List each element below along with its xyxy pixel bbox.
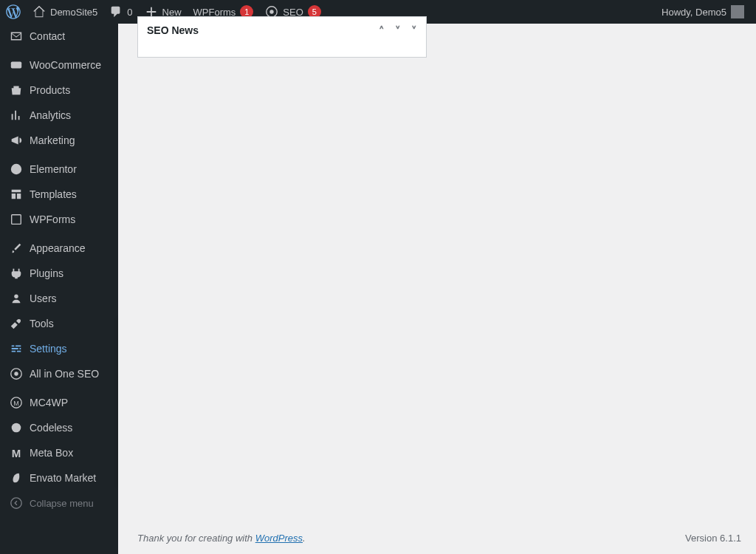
- menu-wpforms-label: WPForms: [30, 213, 75, 225]
- aioseo-icon: [9, 367, 24, 380]
- svg-point-11: [11, 498, 21, 508]
- menu-aioseo-label: All in One SEO: [30, 368, 99, 380]
- footer-version: Version 6.1.1: [685, 533, 741, 544]
- admin-bar-right: Howdy, Demo5: [656, 0, 750, 24]
- menu-collapse-label: Collapse menu: [30, 498, 94, 509]
- menu-contact-label: Contact: [30, 30, 65, 42]
- menu-mc4wp-label: MC4WP: [30, 397, 68, 408]
- menu-analytics-label: Analytics: [30, 109, 71, 121]
- comments-count: 0: [127, 7, 132, 18]
- leaf-icon: [9, 471, 24, 485]
- menu-metabox[interactable]: M Meta Box: [0, 440, 118, 465]
- menu-contact[interactable]: Contact: [0, 24, 118, 49]
- menu-woocommerce[interactable]: WooCommerce: [0, 52, 118, 78]
- svg-point-1: [270, 10, 274, 13]
- content-area: SEO News ˄ ˅ ˅ Thank you for creating wi…: [118, 24, 756, 554]
- menu-settings-label: Settings: [30, 343, 67, 355]
- menu-wpforms[interactable]: WPForms: [0, 207, 118, 232]
- mc4wp-icon: M: [9, 396, 24, 409]
- user-greeting[interactable]: Howdy, Demo5: [656, 0, 750, 24]
- menu-appearance[interactable]: Appearance: [0, 236, 118, 261]
- menu-plugins[interactable]: Plugins: [0, 261, 118, 286]
- widget-controls: ˄ ˅ ˅: [379, 24, 417, 38]
- menu-aioseo[interactable]: All in One SEO: [0, 361, 118, 386]
- menu-templates-label: Templates: [30, 188, 77, 200]
- comment-icon: [109, 5, 123, 18]
- chevron-down-icon[interactable]: ˅: [411, 24, 417, 38]
- menu-appearance-label: Appearance: [30, 242, 86, 254]
- woo-icon: [9, 58, 24, 72]
- menu-envato[interactable]: Envato Market: [0, 465, 118, 490]
- templates-icon: [9, 188, 24, 201]
- wordpress-icon: [6, 4, 21, 19]
- collapse-icon: [9, 496, 24, 510]
- home-icon: [32, 5, 46, 18]
- widget-seo-news[interactable]: SEO News ˄ ˅ ˅: [137, 16, 427, 58]
- site-name-link[interactable]: DemoSite5: [27, 0, 103, 24]
- site-name-text: DemoSite5: [50, 7, 97, 18]
- menu-metabox-label: Meta Box: [30, 447, 73, 459]
- menu-products-label: Products: [30, 84, 70, 96]
- menu-analytics[interactable]: Analytics: [0, 103, 118, 128]
- menu-elementor[interactable]: Elementor: [0, 157, 118, 182]
- menu-tools[interactable]: Tools: [0, 311, 118, 336]
- comments-link[interactable]: 0: [103, 0, 138, 24]
- menu-collapse[interactable]: Collapse menu: [0, 490, 118, 516]
- chevron-up-icon[interactable]: ˄: [379, 24, 385, 38]
- menu-users-label: Users: [30, 293, 57, 304]
- sliders-icon: [9, 342, 24, 355]
- admin-footer: Thank you for creating with WordPress. V…: [137, 533, 741, 544]
- svg-point-3: [11, 164, 21, 174]
- menu-woocommerce-label: WooCommerce: [30, 59, 101, 71]
- elementor-icon: [9, 163, 24, 176]
- menu-plugins-label: Plugins: [30, 267, 63, 279]
- svg-text:M: M: [13, 400, 19, 407]
- wp-logo[interactable]: [0, 0, 27, 24]
- analytics-icon: [9, 109, 24, 122]
- menu-tools-label: Tools: [30, 318, 54, 329]
- plugin-icon: [9, 267, 24, 280]
- wpforms-icon: [9, 213, 24, 226]
- menu-mc4wp[interactable]: M MC4WP: [0, 390, 118, 415]
- brush-icon: [9, 242, 24, 255]
- menu-codeless[interactable]: Codeless: [0, 415, 118, 440]
- megaphone-icon: [9, 134, 24, 147]
- menu-templates[interactable]: Templates: [0, 182, 118, 207]
- wrench-icon: [9, 317, 24, 330]
- svg-point-5: [14, 295, 18, 298]
- menu-settings[interactable]: Settings: [0, 336, 118, 361]
- svg-rect-4: [12, 215, 21, 225]
- menu-envato-label: Envato Market: [30, 472, 96, 484]
- user-icon: [9, 292, 24, 305]
- avatar: [731, 5, 744, 18]
- products-icon: [9, 83, 24, 97]
- envelope-icon: [9, 30, 24, 43]
- footer-thanks: Thank you for creating with WordPress.: [137, 533, 306, 544]
- menu-elementor-label: Elementor: [30, 163, 77, 175]
- footer-wordpress-link[interactable]: WordPress: [255, 533, 303, 544]
- chevron-down-icon[interactable]: ˅: [395, 24, 401, 38]
- menu-products[interactable]: Products: [0, 78, 118, 103]
- menu-marketing-label: Marketing: [30, 134, 75, 146]
- svg-point-10: [12, 423, 21, 433]
- menu-codeless-label: Codeless: [30, 422, 72, 434]
- codeless-icon: [9, 421, 24, 434]
- svg-point-7: [14, 372, 18, 375]
- menu-users[interactable]: Users: [0, 286, 118, 311]
- metabox-icon: M: [9, 447, 24, 459]
- greeting-text: Howdy, Demo5: [662, 7, 726, 18]
- admin-menu: Contact WooCommerce Products Analytics M…: [0, 24, 118, 554]
- widget-title: SEO News: [147, 24, 199, 36]
- svg-rect-2: [11, 62, 21, 69]
- menu-marketing[interactable]: Marketing: [0, 128, 118, 153]
